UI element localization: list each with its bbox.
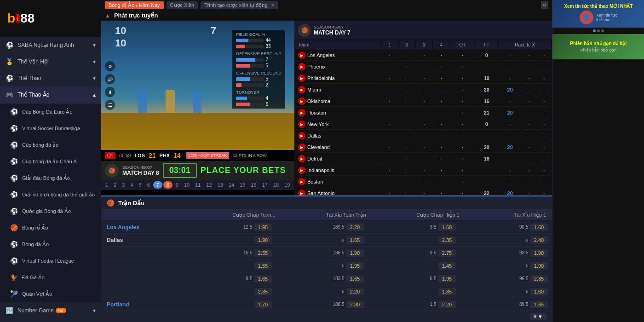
sidebar-item-giai-vo-dich[interactable]: ⚽ Giải vô địch bóng đá thế giới ảo	[0, 186, 101, 203]
round-tab-10[interactable]: 10	[182, 181, 192, 189]
round-tab-16[interactable]: 16	[248, 181, 259, 189]
play-icon[interactable]: ▶	[298, 155, 305, 162]
round-tab-3[interactable]: 3	[120, 181, 127, 189]
odds-button[interactable]: 1.95	[346, 262, 364, 270]
round-tab-18[interactable]: 18	[271, 181, 281, 189]
odds-button[interactable]: 1.90	[346, 249, 364, 257]
sidebar-item-ngoai-hang-anh[interactable]: ⚽ SABA Ngoại Hạng Anh ▼	[0, 37, 101, 53]
round-tab-9[interactable]: 9	[173, 181, 181, 189]
round-tab-19[interactable]: 19	[282, 181, 292, 189]
odds-button[interactable]: 1.60	[530, 224, 548, 231]
team-name[interactable]: Los Angeles	[107, 224, 208, 230]
round-tab-17[interactable]: 17	[260, 181, 270, 189]
odds-button[interactable]: 1.85	[438, 288, 456, 295]
odds-button[interactable]: 2.35	[530, 275, 548, 282]
odds-button[interactable]: 1.60	[438, 224, 456, 231]
sidebar-item-da-ga-ao[interactable]: 🐓 Đá Gà Ảo	[0, 269, 101, 286]
team-name[interactable]: Dallas	[107, 237, 208, 243]
sidebar-item-pingoal[interactable]: ⚽ Saba PinGoal Mới ▼	[0, 319, 101, 322]
round-tab-4[interactable]: 4	[128, 181, 135, 189]
play-icon[interactable]: ▶	[298, 121, 305, 128]
round-tab-6[interactable]: 6	[145, 181, 152, 189]
settings-btn[interactable]: ⚙	[105, 61, 115, 71]
odds-button[interactable]: 1.65	[530, 301, 548, 308]
menu-btn[interactable]: ☰	[105, 100, 115, 110]
round-tab-11[interactable]: 11	[193, 181, 203, 189]
sidebar-item-the-thao-ao[interactable]: 🎮 Thể Thao Ảo ▲	[0, 86, 101, 103]
odds-button[interactable]: 2.20	[346, 288, 364, 295]
round-tab-15[interactable]: 15	[237, 181, 247, 189]
round-tab-14[interactable]: 14	[226, 181, 236, 189]
odds-button[interactable]: 2.35	[254, 288, 272, 295]
sidebar-item-cup-chau-a[interactable]: ⚽ Cúp bóng đá ảo Châu Á	[0, 153, 101, 170]
sidebar-item-the-van-hoi[interactable]: 🏅 Thế Vận Hội ▼	[0, 53, 101, 70]
team-name[interactable]: Portland	[107, 301, 208, 308]
odds-button[interactable]: 1.90	[254, 236, 272, 244]
close-icon[interactable]: ✕	[271, 3, 275, 8]
sidebar-item-number-game[interactable]: 🔢 Number Game Mới ▼	[0, 302, 101, 319]
pause-btn[interactable]: ⏸	[105, 87, 115, 97]
tab-cuoc-xien[interactable]: Cược Xiên	[167, 1, 198, 9]
odds-button[interactable]: 1.65	[346, 236, 364, 244]
odds-button[interactable]: 1.45	[438, 262, 456, 270]
race3-cell: ·	[537, 188, 551, 196]
sidebar-label: Thể Thao Ảo	[17, 92, 49, 98]
round-tab-7[interactable]: 7	[153, 181, 162, 189]
sidebar-item-cup-euro[interactable]: ⚽ Cúp Bóng Đá Euro Ảo	[0, 104, 101, 120]
odds-button[interactable]: 1.90	[530, 262, 548, 270]
odds-button[interactable]: 2.55	[254, 249, 272, 257]
play-icon[interactable]: ▶	[298, 109, 305, 116]
play-icon[interactable]: ▶	[298, 98, 305, 105]
odds-button[interactable]: 1.65	[254, 275, 272, 282]
odds-button[interactable]: 2.40	[530, 236, 548, 244]
sidebar-item-quoc-gia[interactable]: ⚽ Quốc gia Bóng đá Ảo	[0, 203, 101, 219]
tab-trinh-tao[interactable]: Trình tạo cược xiên tự động ✕	[201, 1, 278, 9]
play-icon[interactable]: ▶	[298, 190, 305, 196]
race2-cell: ·	[522, 96, 536, 107]
play-icon[interactable]: ▶	[298, 86, 305, 93]
sidebar-item-bong-ro-ao[interactable]: 🏀 Bóng rổ Ảo	[0, 219, 101, 236]
odds-button[interactable]: 2.30	[346, 301, 364, 308]
volume-btn[interactable]: 🔊	[105, 74, 115, 84]
race2-cell: ·	[522, 119, 536, 130]
odds-button[interactable]: 1.95	[254, 224, 272, 231]
play-icon[interactable]: ▶	[298, 132, 305, 139]
play-icon[interactable]: ▶	[298, 63, 305, 70]
odds-button[interactable]: 2.75	[438, 249, 456, 257]
fg-label: FIELD GOAL %	[236, 32, 282, 37]
round-tab-5[interactable]: 5	[137, 181, 144, 189]
sidebar-item-giai-dau[interactable]: ⚽ Giải đấu Bóng đá Ảo	[0, 170, 101, 186]
round-tab-8[interactable]: 8	[163, 181, 172, 189]
odds-button[interactable]: 1.55	[254, 262, 272, 270]
odds-button[interactable]: 1.70	[254, 301, 272, 308]
collapse-icon[interactable]: ▲	[105, 12, 110, 19]
odds-button[interactable]: 2.35	[438, 236, 456, 244]
round-tab-12[interactable]: 12	[204, 181, 214, 189]
play-icon[interactable]: ▶	[298, 144, 305, 151]
odds-button[interactable]: 2.20	[438, 301, 456, 308]
race1-cell: 20	[499, 142, 521, 153]
sidebar-item-bong-da-ao[interactable]: ⚽ Bóng đá Ảo	[0, 236, 101, 253]
odds-button[interactable]: 2.20	[346, 224, 364, 231]
tab-bong-ro[interactable]: Bóng rổ Ảo / Hôm Nay	[105, 1, 164, 9]
round-tab-1[interactable]: 1	[103, 181, 110, 189]
settings-icon[interactable]: ⚙	[541, 1, 548, 9]
odds-button[interactable]: 1.90	[530, 249, 548, 257]
show-more-button[interactable]: 9 ▼	[530, 313, 546, 320]
round-tab-2[interactable]: 2	[111, 181, 119, 189]
sidebar-item-quan-vot-ao[interactable]: 🎾 Quần Vợt Ảo	[0, 286, 101, 302]
sidebar-item-bundesliga[interactable]: ⚽ Virtual Soccer Bundesliga	[0, 120, 101, 137]
odds-button[interactable]: 1.95	[438, 275, 456, 282]
play-icon[interactable]: ▶	[298, 75, 305, 82]
play-icon[interactable]: ▶	[298, 167, 305, 174]
sidebar-item-cup-ao[interactable]: ⚽ Cúp bóng đá ảo	[0, 137, 101, 153]
odds-button[interactable]: 1.60	[530, 288, 548, 295]
sidebar-item-virtual-football-league[interactable]: ⚽ Virtual Football League	[0, 253, 101, 269]
sidebar-item-the-thao[interactable]: ⚽ Thể Thao ▼	[0, 70, 101, 86]
sidebar-label: Virtual Football League	[22, 258, 74, 264]
round-tab-13[interactable]: 13	[215, 181, 225, 189]
odds-button[interactable]: 1.65	[346, 275, 364, 282]
play-icon[interactable]: ▶	[298, 52, 305, 59]
play-icon[interactable]: ▶	[298, 178, 305, 185]
round-tab-20[interactable]: 20	[293, 181, 294, 189]
